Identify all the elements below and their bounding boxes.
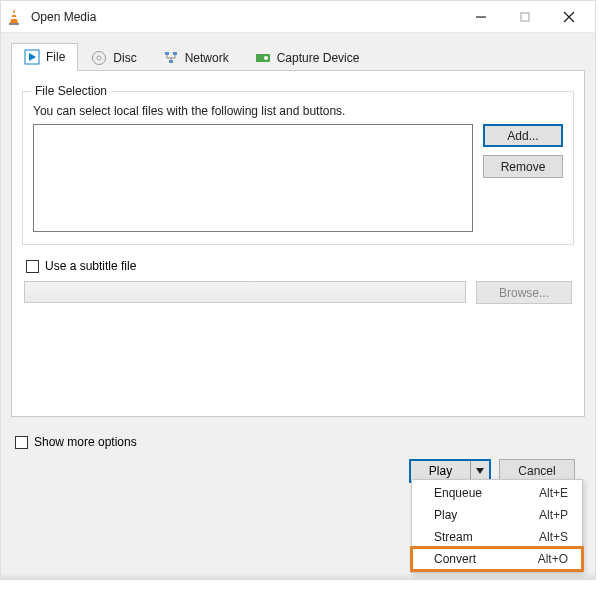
dialog-content: File Disc Network Capture Device xyxy=(1,33,595,483)
svg-point-16 xyxy=(264,56,268,60)
svg-rect-3 xyxy=(11,17,17,19)
svg-point-11 xyxy=(97,56,101,60)
tab-capture-device[interactable]: Capture Device xyxy=(242,43,373,71)
play-button-label: Play xyxy=(411,461,471,481)
svg-rect-14 xyxy=(169,60,173,63)
use-subtitle-checkbox[interactable] xyxy=(26,260,39,273)
vlc-cone-icon xyxy=(5,8,23,26)
file-panel: File Selection You can select local file… xyxy=(11,71,585,417)
menu-item-enqueue[interactable]: Enqueue Alt+E xyxy=(412,482,582,504)
menu-item-shortcut: Alt+E xyxy=(539,486,568,500)
minimize-button[interactable] xyxy=(459,2,503,32)
tab-network[interactable]: Network xyxy=(150,43,242,71)
show-more-options-checkbox[interactable] xyxy=(15,436,28,449)
cancel-button-label: Cancel xyxy=(518,464,555,478)
menu-item-stream[interactable]: Stream Alt+S xyxy=(412,526,582,548)
tab-label: Network xyxy=(185,51,229,65)
svg-marker-0 xyxy=(10,9,18,23)
file-selection-description: You can select local files with the foll… xyxy=(33,104,563,118)
menu-item-shortcut: Alt+O xyxy=(538,552,568,566)
use-subtitle-row: Use a subtitle file xyxy=(26,259,574,273)
svg-rect-1 xyxy=(9,23,19,25)
close-button[interactable] xyxy=(547,2,591,32)
play-dropdown-menu: Enqueue Alt+E Play Alt+P Stream Alt+S Co… xyxy=(411,479,583,573)
titlebar: Open Media xyxy=(1,1,595,33)
menu-item-label: Stream xyxy=(434,530,473,544)
bottom-shadow xyxy=(1,573,595,579)
show-more-options-row: Show more options xyxy=(15,435,585,449)
menu-item-label: Enqueue xyxy=(434,486,482,500)
svg-rect-12 xyxy=(165,52,169,55)
menu-item-shortcut: Alt+P xyxy=(539,508,568,522)
dialog-buttons: Play Cancel xyxy=(11,449,585,483)
tab-label: File xyxy=(46,50,65,64)
menu-item-play[interactable]: Play Alt+P xyxy=(412,504,582,526)
play-dropdown-arrow[interactable] xyxy=(471,461,489,481)
menu-item-label: Convert xyxy=(434,552,476,566)
tab-label: Capture Device xyxy=(277,51,360,65)
svg-marker-17 xyxy=(476,468,484,474)
remove-button-label: Remove xyxy=(501,160,546,174)
file-list[interactable] xyxy=(33,124,473,232)
show-more-options-label: Show more options xyxy=(34,435,137,449)
add-button[interactable]: Add... xyxy=(483,124,563,147)
tab-label: Disc xyxy=(113,51,136,65)
browse-subtitle-label: Browse... xyxy=(499,286,549,300)
browse-subtitle-button[interactable]: Browse... xyxy=(476,281,572,304)
file-selection-legend: File Selection xyxy=(31,84,111,98)
remove-button[interactable]: Remove xyxy=(483,155,563,178)
menu-item-label: Play xyxy=(434,508,457,522)
menu-item-shortcut: Alt+S xyxy=(539,530,568,544)
window-controls xyxy=(459,2,591,32)
use-subtitle-label: Use a subtitle file xyxy=(45,259,136,273)
add-button-label: Add... xyxy=(507,129,538,143)
file-play-icon xyxy=(24,49,40,65)
open-media-window: Open Media File xyxy=(0,0,596,580)
file-selection-group: File Selection You can select local file… xyxy=(22,91,574,245)
tab-file[interactable]: File xyxy=(11,43,78,71)
svg-rect-2 xyxy=(12,13,17,15)
disc-icon xyxy=(91,50,107,66)
maximize-button[interactable] xyxy=(503,2,547,32)
svg-rect-5 xyxy=(521,13,529,21)
network-icon xyxy=(163,50,179,66)
svg-rect-13 xyxy=(173,52,177,55)
window-title: Open Media xyxy=(31,10,459,24)
tabbar: File Disc Network Capture Device xyxy=(11,43,585,71)
tab-disc[interactable]: Disc xyxy=(78,43,149,71)
menu-item-convert[interactable]: Convert Alt+O xyxy=(412,548,582,570)
capture-device-icon xyxy=(255,50,271,66)
subtitle-path-input[interactable] xyxy=(24,281,466,303)
